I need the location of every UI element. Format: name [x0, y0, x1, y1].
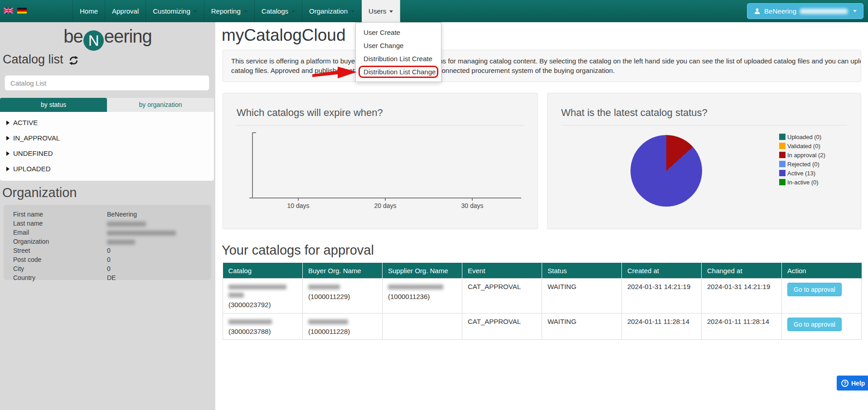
organization-section-title: Organization: [2, 185, 77, 200]
buyer-id: (1000011228): [308, 328, 377, 335]
help-button-label: Help: [851, 380, 865, 387]
legend-item-active: Active (13): [779, 169, 825, 178]
nav-item-label: Organization: [309, 7, 348, 15]
table-row: (3000023792) (1000011229) (1000011236) C…: [223, 279, 862, 314]
action-cell: Go to approval: [782, 279, 862, 314]
refresh-icon[interactable]: [68, 55, 79, 66]
redacted-text: [388, 285, 443, 289]
org-field-value: DE: [107, 273, 211, 282]
legend-swatch: [779, 179, 786, 185]
catalog-search-input[interactable]: [5, 75, 209, 91]
org-field-value: 0: [107, 264, 211, 273]
legend-item-in-approval: In approval (2): [779, 150, 825, 159]
uk-flag-icon[interactable]: [4, 8, 13, 14]
pie-chart: [630, 135, 702, 207]
top-navbar: Home Approval Customizing Reporting Cata…: [0, 0, 868, 22]
status-group-label: ACTIVE: [13, 115, 38, 130]
supplier-cell: [383, 314, 462, 340]
nav-item-catalogs[interactable]: Catalogs: [255, 0, 302, 22]
tab-by-status[interactable]: by status: [0, 98, 107, 112]
event-cell: CAT_APPROVAL: [462, 279, 542, 314]
status-group-uploaded[interactable]: UPLOADED: [0, 161, 214, 177]
expand-triangle-icon: [6, 136, 10, 140]
legend-swatch: [779, 170, 786, 176]
status-group-label: UPLOADED: [13, 161, 51, 177]
nav-item-reporting[interactable]: Reporting: [204, 0, 255, 22]
col-header-catalog: Catalog: [223, 263, 303, 279]
col-header-changed: Changed at: [702, 263, 782, 279]
status-group-active[interactable]: ACTIVE: [0, 115, 214, 130]
pie-legend: Uploaded (0) Validated (0) In approval (…: [779, 132, 825, 187]
menu-item-user-create[interactable]: User Create: [356, 26, 441, 39]
expiry-chart-title: Which catalogs will expire when?: [237, 107, 524, 125]
catalog-id: (3000023788): [228, 328, 297, 335]
german-flag-icon[interactable]: [17, 8, 27, 14]
status-group-label: IN_APPROVAL: [13, 130, 60, 146]
nav-item-home[interactable]: Home: [73, 0, 105, 22]
menu-item-distribution-list-change[interactable]: Distribution List Change: [359, 66, 438, 78]
col-header-supplier: Supplier Org. Name: [383, 263, 462, 279]
legend-label: Validated (0): [787, 143, 820, 150]
org-field-label: First name: [4, 210, 107, 219]
legend-label: Uploaded (0): [787, 134, 821, 140]
chevron-down-icon: [194, 10, 197, 13]
redacted-text: [107, 231, 176, 236]
approval-section-title: Your catalogs for approval: [222, 243, 374, 258]
table-row: (3000023788) (1000011228) CAT_APPROVAL W…: [223, 314, 862, 340]
chevron-down-icon: [291, 10, 295, 13]
legend-item-validated: Validated (0): [779, 141, 825, 150]
org-field-label: Last name: [4, 219, 107, 228]
legend-item-rejected: Rejected (0): [779, 159, 825, 169]
menu-item-distribution-list-create[interactable]: Distribution List Create: [356, 52, 441, 65]
help-button[interactable]: ? Help: [837, 376, 868, 391]
nav-item-approval[interactable]: Approval: [105, 0, 146, 22]
created-at-cell: 2024-01-31 14:21:19: [622, 279, 702, 314]
redacted-text: [228, 319, 272, 324]
legend-item-uploaded: Uploaded (0): [779, 132, 825, 141]
status-group-undefined[interactable]: UNDEFINED: [0, 146, 214, 161]
redacted-text: [228, 293, 244, 298]
x-axis-tick: [298, 198, 299, 201]
go-to-approval-button[interactable]: Go to approval: [787, 318, 842, 331]
logo-text: eering: [104, 26, 152, 46]
user-icon: [754, 8, 761, 14]
x-tick-label: 10 days: [282, 202, 314, 209]
org-field-label: Email: [4, 228, 107, 237]
catalog-id: (3000023792): [228, 301, 297, 309]
created-at-cell: 2024-01-11 11:28:14: [622, 314, 702, 340]
legend-swatch: [779, 152, 786, 158]
org-field-value: BeNeering: [107, 210, 211, 219]
users-dropdown-menu: User Create User Change Distribution Lis…: [355, 22, 441, 82]
org-field-label: Organization: [4, 237, 107, 246]
supplier-id: (1000011236): [388, 293, 456, 300]
buyer-id: (1000011229): [308, 293, 377, 300]
nav-item-customizing[interactable]: Customizing: [146, 0, 204, 22]
y-axis-top-tick: [252, 132, 256, 133]
x-axis-tick: [472, 198, 473, 201]
nav-item-label: Approval: [112, 7, 139, 15]
status-cell: WAITING: [542, 314, 622, 340]
status-group-in-approval[interactable]: IN_APPROVAL: [0, 130, 214, 146]
col-header-status: Status: [542, 263, 622, 279]
col-header-action: Action: [782, 263, 862, 279]
go-to-approval-button[interactable]: Go to approval: [787, 283, 842, 296]
status-cell: WAITING: [542, 279, 622, 314]
org-field-label: Country: [4, 273, 107, 282]
nav-item-label: Users: [369, 7, 386, 15]
col-header-buyer: Buyer Org. Name: [303, 263, 383, 279]
nav-item-label: Home: [80, 7, 98, 15]
beneering-logo: beNeering: [0, 26, 215, 51]
nav-item-organization[interactable]: Organization: [302, 0, 362, 22]
expand-triangle-icon: [6, 121, 10, 125]
sidebar: beNeering Catalog list by status by orga…: [0, 22, 215, 410]
intro-text-line1: This service is offering a platform to b…: [231, 56, 853, 66]
tab-by-organization[interactable]: by organization: [107, 98, 214, 112]
menu-item-user-change[interactable]: User Change: [356, 39, 441, 52]
user-account-button[interactable]: BeNeering: [747, 3, 863, 19]
chevron-down-icon: [351, 10, 354, 13]
legend-swatch: [779, 143, 786, 149]
catalog-list-tabs: by status by organization: [0, 98, 214, 112]
org-field-label: Post code: [4, 255, 107, 264]
catalog-cell: (3000023792): [223, 279, 303, 314]
nav-item-users[interactable]: Users User Create User Change Distributi…: [362, 0, 400, 22]
